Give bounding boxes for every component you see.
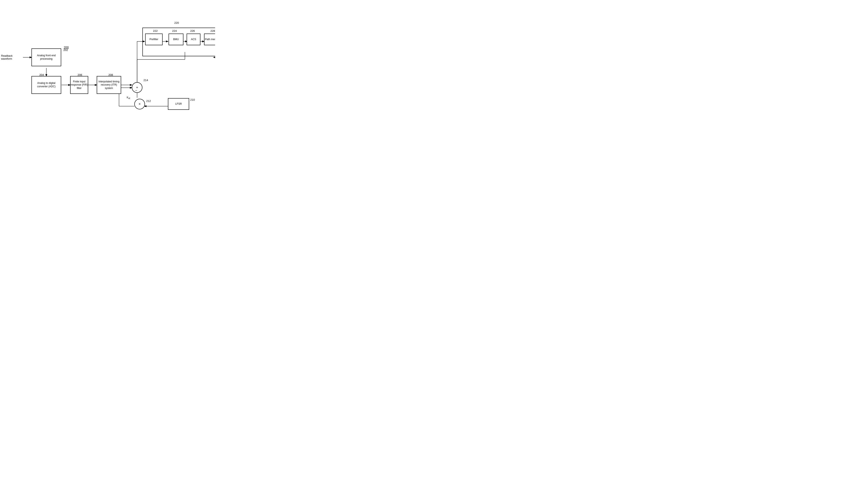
bmu-block: BMU (168, 33, 183, 45)
analog-front-end-block: Analog front end processing (31, 48, 61, 66)
ref-212: 212 (146, 99, 151, 102)
adc-block: Analog to digital converter (ADC) (31, 76, 61, 94)
ref-220: 220 (174, 21, 179, 25)
ref-202: 202 (63, 48, 68, 52)
prefilter-block: Prefilter (145, 33, 163, 45)
ref-208: 208 (108, 73, 113, 76)
multiply-circle: × (134, 99, 145, 109)
readback-waveform-label: Readback waveform (1, 54, 22, 60)
fir-block: Finite input response (FIR) filter (70, 76, 88, 94)
diagram: 220 200 Readback waveform Analog front e… (0, 0, 215, 126)
kot-label: Kot (127, 96, 130, 99)
ref-226: 226 (190, 29, 195, 32)
ref-204: 204 (39, 73, 44, 76)
itr-block: Interpolated timing recovery (ITR) syste… (97, 76, 121, 94)
ref-214: 214 (144, 79, 148, 82)
ref-206: 206 (78, 73, 82, 76)
lfsr-block: LFSR (168, 98, 189, 110)
ref-228: 228 (210, 29, 215, 32)
ref-222: 222 (153, 29, 158, 32)
acs-block: ACS (187, 33, 201, 45)
ref-224: 224 (172, 29, 177, 32)
path-memory-block: Path memory (204, 33, 215, 45)
ref-210: 210 (190, 98, 195, 101)
